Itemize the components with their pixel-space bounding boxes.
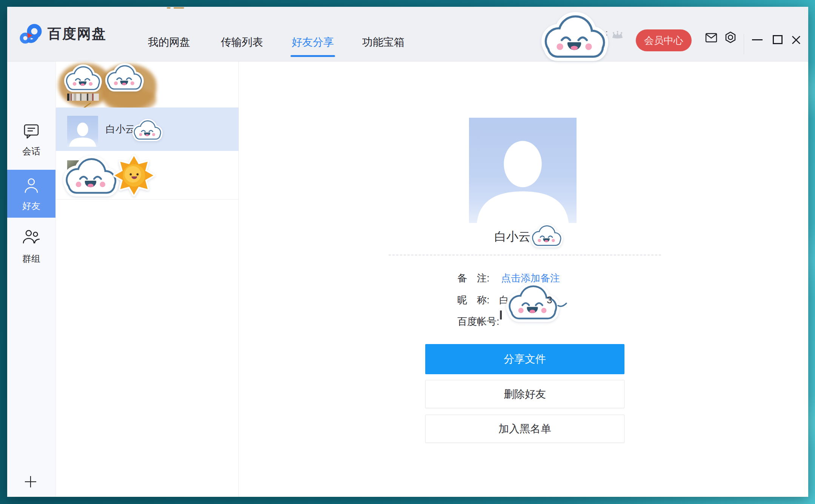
- add-blacklist-button[interactable]: 加入黑名单: [425, 415, 624, 443]
- cloud-sticker: [131, 118, 163, 143]
- minimize-icon[interactable]: [752, 39, 763, 40]
- member-center-button[interactable]: 会员中心: [636, 29, 692, 51]
- wind-mark: [557, 300, 567, 309]
- section-divider: [389, 255, 661, 255]
- app-logo: 百度网盘: [19, 22, 106, 46]
- profile-name: 白小云: [494, 229, 531, 245]
- mail-icon[interactable]: [705, 32, 717, 43]
- plus-icon[interactable]: [24, 475, 37, 489]
- tab-friend-share[interactable]: 好友分享: [291, 35, 335, 50]
- avatar-silhouette: [469, 118, 577, 223]
- tab-toolbox[interactable]: 功能宝箱: [361, 35, 406, 50]
- sidebar-item-friends[interactable]: 好友: [7, 170, 55, 218]
- avatar-silhouette: [67, 116, 98, 147]
- cloud-sticker: [103, 62, 145, 94]
- sun-sticker: [112, 153, 155, 198]
- delete-friend-button[interactable]: 删除好友: [425, 380, 624, 408]
- sidebar-item-label: 会话: [7, 145, 55, 157]
- share-files-button[interactable]: 分享文件: [425, 344, 624, 374]
- sidebar-item-label: 好友: [7, 200, 55, 212]
- remark-label: 备 注:: [457, 272, 489, 285]
- cloud-sticker: [538, 9, 610, 66]
- active-tab-underline: [291, 55, 335, 57]
- tape-mark: [174, 7, 184, 9]
- chat-icon: [23, 123, 40, 140]
- cloud-sticker: [60, 154, 121, 200]
- baidu-account-label: 百度帐号:: [457, 315, 499, 328]
- tab-transfer-list[interactable]: 传输列表: [220, 35, 264, 50]
- tape-mark: [167, 7, 171, 9]
- friend-list-item-selected[interactable]: 白小云: [56, 108, 238, 151]
- photo-fragment: [67, 94, 99, 101]
- crown-icon: [610, 30, 624, 40]
- left-sidebar: 会话 好友 群组: [7, 61, 56, 497]
- sidebar-item-label: 群组: [7, 253, 55, 265]
- nickname-value-suffix: 3: [547, 294, 552, 306]
- avatar: [67, 116, 98, 147]
- cloud-sticker: [529, 223, 564, 250]
- baidu-netdisk-window: 百度网盘 我的网盘 传输列表 好友分享 功能宝箱 : 会员中心 会话 好友 群组: [7, 7, 808, 497]
- friend-profile-panel: 白小云 备 注: 点击添加备注 昵 称: 白 3 百度帐号: 分享文件 删除好友…: [239, 61, 808, 497]
- person-icon: [23, 177, 40, 195]
- maximize-icon[interactable]: [773, 35, 783, 44]
- cloud-sticker: [504, 277, 561, 330]
- nickname-label: 昵 称:: [457, 293, 489, 307]
- titlebar-divider: [744, 34, 744, 54]
- close-icon[interactable]: [791, 35, 801, 45]
- account-text-fragment: [500, 310, 502, 320]
- profile-avatar: [469, 118, 577, 223]
- settings-icon[interactable]: [724, 31, 737, 44]
- app-name: 百度网盘: [48, 25, 106, 43]
- title-bar: 百度网盘 我的网盘 传输列表 好友分享 功能宝箱 : 会员中心: [7, 7, 808, 61]
- friend-list-panel: 白小云: [56, 61, 239, 497]
- cloud-sticker: [62, 63, 103, 94]
- group-icon: [22, 229, 40, 245]
- baidu-netdisk-logo-icon: [19, 23, 43, 45]
- tab-my-drive[interactable]: 我的网盘: [147, 35, 191, 50]
- list-divider: [56, 199, 238, 200]
